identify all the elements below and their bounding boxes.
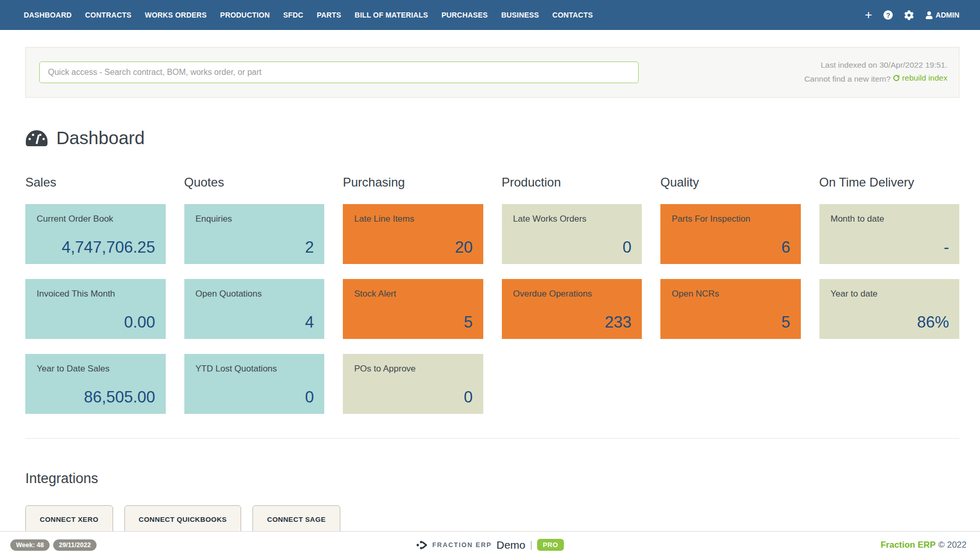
stat-card-label: Invoiced This Month	[37, 289, 155, 299]
admin-label: ADMIN	[936, 11, 959, 19]
stat-card-month-to-date[interactable]: Month to date -	[819, 204, 960, 264]
add-icon[interactable]: +	[865, 9, 872, 21]
nav-menu: DASHBOARD CONTRACTS WORKS ORDERS PRODUCT…	[24, 11, 593, 19]
stat-card-late-line-items[interactable]: Late Line Items 20	[343, 204, 483, 264]
brand-demo-label: Demo	[496, 539, 525, 551]
brand-separator: |	[530, 539, 533, 550]
footer: Week: 48 29/11/2022 FRACTION ERP Demo | …	[0, 531, 980, 558]
copyright-year: © 2022	[938, 540, 967, 550]
stat-card-enquiries[interactable]: Enquiries 2	[184, 204, 325, 264]
stat-card-value: 2	[196, 238, 314, 257]
stat-card-open-quotations[interactable]: Open Quotations 4	[184, 279, 325, 339]
stat-card-overdue-operations[interactable]: Overdue Operations 233	[502, 279, 642, 339]
stat-card-current-order-book[interactable]: Current Order Book 4,747,706.25	[25, 204, 166, 264]
refresh-icon	[893, 74, 900, 82]
stat-card-value: 4	[196, 313, 314, 332]
stat-card-value: 5	[672, 313, 791, 332]
nav-item-purchases[interactable]: PURCHASES	[441, 11, 488, 19]
stat-column-production: Production Late Works Orders 0 Overdue O…	[502, 175, 642, 429]
stat-column-title: Quality	[660, 175, 801, 190]
fraction-erp-logo-icon	[416, 540, 428, 550]
stat-card-value: 5	[354, 313, 473, 332]
dashboard-gauge-icon	[25, 130, 48, 147]
stat-card-year-to-date[interactable]: Year to date 86%	[819, 279, 960, 339]
nav-item-sfdc[interactable]: SFDC	[283, 11, 303, 19]
user-icon	[925, 11, 933, 19]
stat-card-label: POs to Approve	[354, 364, 473, 374]
stat-column-title: Sales	[25, 175, 166, 190]
stat-card-value: 0.00	[37, 313, 155, 332]
stat-card-label: Year to Date Sales	[37, 364, 155, 374]
top-navigation-bar: DASHBOARD CONTRACTS WORKS ORDERS PRODUCT…	[0, 0, 980, 30]
page-title-row: Dashboard	[25, 128, 955, 148]
stat-card-parts-for-inspection[interactable]: Parts For Inspection 6	[660, 204, 801, 264]
copyright-brand: Fraction ERP	[880, 540, 936, 550]
stat-card-value: 233	[513, 313, 632, 332]
stat-card-label: Stock Alert	[354, 289, 473, 299]
integrations-section: Integrations CONNECT XERO CONNECT QUICKB…	[25, 471, 955, 539]
nav-item-contacts[interactable]: CONTACTS	[552, 11, 593, 19]
last-indexed-text: Last indexed on 30/Apr/2022 19:51.	[804, 59, 947, 72]
stat-card-label: Enquiries	[196, 214, 314, 224]
stat-card-stock-alert[interactable]: Stock Alert 5	[343, 279, 483, 339]
stat-card-invoiced-this-month[interactable]: Invoiced This Month 0.00	[25, 279, 166, 339]
nav-item-dashboard[interactable]: DASHBOARD	[24, 11, 72, 19]
stat-card-label: Parts For Inspection	[672, 214, 791, 224]
stat-card-label: Late Works Orders	[513, 214, 632, 224]
stat-card-year-to-date-sales[interactable]: Year to Date Sales 86,505.00	[25, 354, 166, 414]
quick-access-panel: Last indexed on 30/Apr/2022 19:51. Canno…	[25, 47, 959, 98]
stat-card-label: Open NCRs	[672, 289, 791, 299]
nav-right-cluster: + ? ADMIN	[865, 9, 959, 21]
stats-grid: Sales Current Order Book 4,747,706.25 In…	[25, 175, 959, 429]
stat-card-value: 20	[354, 238, 473, 257]
stat-card-label: Overdue Operations	[513, 289, 632, 299]
integrations-title: Integrations	[25, 471, 955, 487]
stat-card-value: 0	[196, 388, 314, 407]
footer-badges: Week: 48 29/11/2022	[10, 539, 97, 551]
stat-card-label: Current Order Book	[37, 214, 155, 224]
stat-column-title: Purchasing	[343, 175, 483, 190]
help-icon[interactable]: ?	[883, 10, 893, 20]
nav-item-bill-of-materials[interactable]: BILL OF MATERIALS	[355, 11, 428, 19]
search-input[interactable]	[39, 61, 639, 83]
nav-item-production[interactable]: PRODUCTION	[220, 11, 270, 19]
footer-copyright: Fraction ERP © 2022	[880, 540, 967, 550]
index-info: Last indexed on 30/Apr/2022 19:51. Canno…	[804, 59, 947, 86]
stat-column-quotes: Quotes Enquiries 2 Open Quotations 4 YTD…	[184, 175, 325, 429]
stat-card-label: Late Line Items	[354, 214, 473, 224]
week-badge: Week: 48	[10, 539, 50, 551]
stat-card-value: 0	[513, 238, 632, 257]
stat-card-label: Year to date	[831, 289, 950, 299]
stat-card-value: 6	[672, 238, 791, 257]
date-badge: 29/11/2022	[53, 539, 97, 551]
admin-menu[interactable]: ADMIN	[925, 11, 959, 19]
brand-name-small: FRACTION ERP	[432, 541, 492, 549]
stat-card-label: Open Quotations	[196, 289, 314, 299]
pro-badge: PRO	[537, 539, 564, 551]
page-title: Dashboard	[56, 128, 145, 148]
stat-column-title: On Time Delivery	[819, 175, 960, 190]
stat-column-title: Quotes	[184, 175, 325, 190]
stat-card-open-ncrs[interactable]: Open NCRs 5	[660, 279, 801, 339]
stat-card-value: 4,747,706.25	[37, 238, 155, 257]
stat-column-on-time-delivery: On Time Delivery Month to date - Year to…	[819, 175, 960, 429]
footer-brand: FRACTION ERP Demo | PRO	[416, 539, 564, 551]
rebuild-index-link[interactable]: rebuild index	[893, 72, 947, 85]
nav-item-business[interactable]: BUSINESS	[501, 11, 539, 19]
stat-card-ytd-lost-quotations[interactable]: YTD Lost Quotations 0	[184, 354, 325, 414]
stat-column-quality: Quality Parts For Inspection 6 Open NCRs…	[660, 175, 801, 429]
stat-card-pos-to-approve[interactable]: POs to Approve 0	[343, 354, 483, 414]
stat-card-value: 0	[354, 388, 473, 407]
stat-card-label: YTD Lost Quotations	[196, 364, 314, 374]
section-divider	[25, 438, 959, 439]
nav-item-parts[interactable]: PARTS	[317, 11, 341, 19]
stat-card-value: 86,505.00	[37, 388, 155, 407]
nav-item-contracts[interactable]: CONTRACTS	[85, 11, 132, 19]
stat-card-late-works-orders[interactable]: Late Works Orders 0	[502, 204, 642, 264]
stat-card-label: Month to date	[831, 214, 950, 224]
nav-item-works-orders[interactable]: WORKS ORDERS	[145, 11, 207, 19]
stat-card-value: -	[831, 238, 950, 257]
cannot-find-text: Cannot find a new item?	[804, 74, 891, 83]
stat-column-sales: Sales Current Order Book 4,747,706.25 In…	[25, 175, 166, 429]
gear-icon[interactable]	[904, 10, 914, 20]
